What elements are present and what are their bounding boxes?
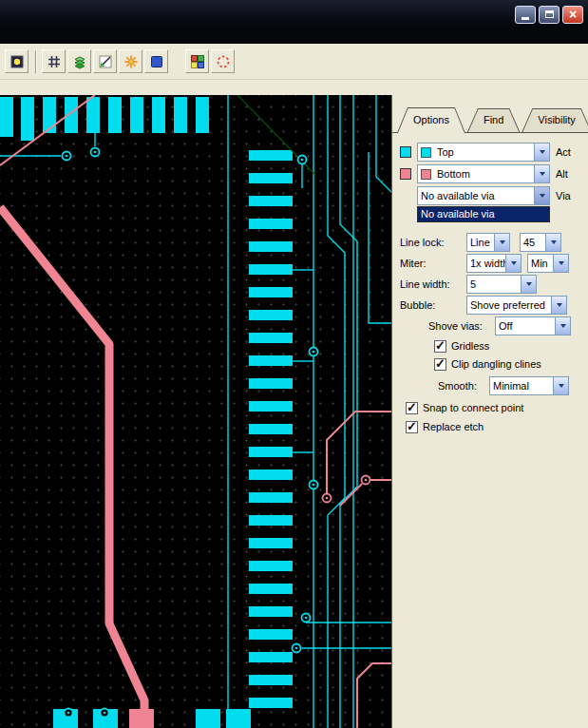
replace-etch-checkbox[interactable] (406, 421, 418, 433)
tab-find[interactable]: Find (467, 108, 520, 132)
via-dropdown-option[interactable]: No available via (418, 207, 549, 221)
smooth-row: Smooth: Minimal (400, 376, 580, 395)
color-swatches-button[interactable] (185, 49, 209, 73)
tab-options[interactable]: Options (397, 107, 465, 133)
bubble-combo[interactable]: Shove preferred (466, 296, 567, 315)
bottom-layer-color-icon (421, 169, 431, 180)
toolbar-lower-strip (0, 80, 588, 95)
replace-etch-row: Replace etch (400, 419, 580, 434)
bottom-layer-swatch (400, 168, 411, 180)
line-lock-combo[interactable]: Line (466, 233, 510, 252)
line-width-combo[interactable]: 5 (466, 275, 537, 294)
line-lock-angle-combo[interactable]: 45 (520, 233, 561, 252)
chevron-down-icon[interactable] (505, 255, 521, 272)
minimize-button[interactable] (515, 6, 536, 24)
options-panel-body: Top Act Bottom Alt (392, 133, 588, 728)
bottom-pads (53, 709, 251, 728)
pad-tool-icon (9, 54, 25, 69)
via-label: Via (556, 190, 571, 201)
via-combo[interactable]: No available via (417, 186, 550, 205)
chevron-down-icon[interactable] (521, 276, 536, 293)
highlight-burst-icon (123, 54, 139, 69)
gridless-row: Gridless (400, 338, 580, 354)
alt-label: Alt (556, 168, 568, 180)
close-button[interactable]: × (562, 6, 583, 24)
top-layer-color-icon (421, 147, 431, 158)
via-row: No available via Via (400, 186, 580, 205)
clip-dangling-row: Clip dangling clines (400, 356, 580, 372)
app-window: × (0, 0, 588, 728)
thick-bottom-trace (0, 207, 144, 728)
shove-vias-row: Shove vias: Off (400, 316, 580, 335)
options-panel: Options Find Visibility Top (391, 95, 588, 728)
pcb-artwork (0, 95, 391, 728)
alt-layer-row: Bottom Alt (400, 164, 580, 183)
top-layer-swatch (400, 146, 411, 158)
bubble-label: Bubble: (400, 299, 466, 311)
etch-edit-icon (98, 54, 113, 69)
fill-shape-icon (149, 54, 164, 69)
color-swatches-icon (190, 54, 205, 69)
tab-visibility[interactable]: Visibility (522, 108, 588, 132)
line-width-label: Line width: (400, 278, 466, 290)
chevron-down-icon[interactable] (553, 255, 568, 272)
grid-icon (47, 54, 62, 69)
grid-button[interactable] (42, 49, 66, 73)
chevron-down-icon[interactable] (534, 165, 549, 182)
layer-stack-icon (72, 54, 87, 69)
restore-button[interactable] (539, 6, 560, 24)
dashed-circle-button[interactable] (211, 49, 235, 73)
miter-label: Miter: (400, 258, 466, 269)
alt-layer-combo[interactable]: Bottom (417, 164, 550, 183)
shove-vias-label: Shove vias: (428, 320, 495, 332)
highlight-button[interactable] (119, 49, 142, 73)
act-label: Act (556, 146, 571, 158)
smooth-combo[interactable]: Minimal (489, 376, 569, 395)
line-lock-row: Line lock: Line 45 (400, 233, 580, 252)
line-width-row: Line width: 5 (400, 275, 580, 294)
chevron-down-icon[interactable] (553, 377, 568, 394)
line-lock-label: Line lock: (400, 237, 466, 248)
pad-tool-button[interactable] (5, 49, 28, 73)
via-dropdown-list: No available via (417, 206, 550, 222)
chevron-down-icon[interactable] (551, 297, 566, 314)
top-traces (0, 95, 391, 728)
layer-stack-button[interactable] (67, 49, 91, 73)
miter-row: Miter: 1x width Min (400, 254, 580, 273)
close-icon: × (569, 8, 577, 21)
miter-min-combo[interactable]: Min (527, 254, 569, 273)
snap-connect-checkbox[interactable] (406, 402, 418, 414)
bubble-row: Bubble: Shove preferred (400, 296, 580, 315)
smooth-label: Smooth: (438, 380, 489, 392)
chevron-down-icon[interactable] (555, 317, 570, 335)
fill-shape-button[interactable] (144, 49, 168, 73)
title-bar[interactable]: × (0, 0, 588, 29)
restore-icon (545, 10, 554, 18)
toolbar (0, 44, 588, 80)
chevron-down-icon[interactable] (534, 144, 549, 161)
bottom-traces (0, 95, 391, 728)
toolbar-separator (35, 50, 37, 73)
act-layer-combo[interactable]: Top (417, 143, 550, 162)
panel-tabstrip: Options Find Visibility (392, 95, 588, 133)
minimize-icon (522, 17, 529, 20)
etch-edit-button[interactable] (93, 49, 117, 73)
miter-combo[interactable]: 1x width (466, 254, 522, 273)
chevron-down-icon[interactable] (494, 234, 509, 251)
gridless-checkbox[interactable] (434, 340, 446, 353)
pcb-canvas[interactable] (0, 95, 391, 728)
clip-dangling-checkbox[interactable] (434, 358, 446, 371)
snap-connect-row: Snap to connect point (400, 400, 580, 415)
shove-vias-combo[interactable]: Off (495, 316, 571, 335)
chevron-down-icon[interactable] (545, 234, 560, 251)
dashed-circle-icon (216, 54, 231, 69)
act-layer-row: Top Act (400, 143, 580, 162)
menu-strip (0, 29, 588, 44)
chevron-down-icon[interactable] (534, 187, 549, 204)
